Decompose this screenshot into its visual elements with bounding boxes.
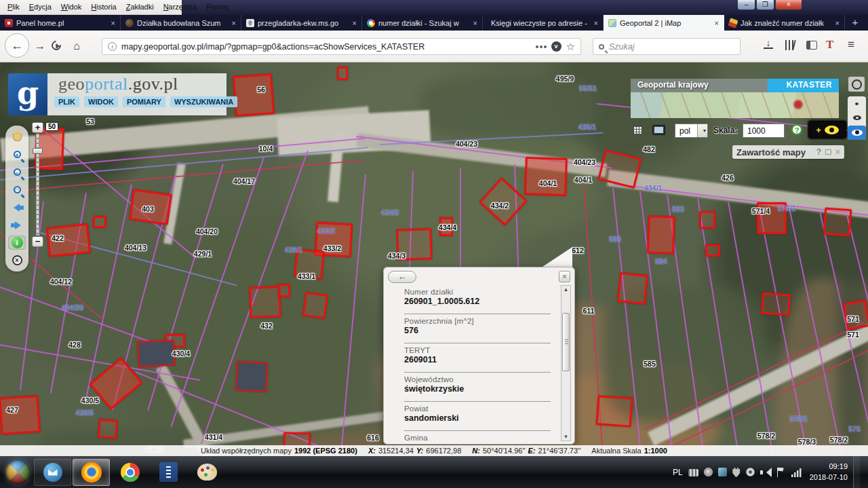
next-view-tool[interactable] bbox=[8, 218, 26, 232]
pocket-icon[interactable]: v bbox=[551, 41, 561, 52]
popup-close-button[interactable]: × bbox=[559, 271, 570, 282]
flag-tray-icon[interactable] bbox=[776, 468, 786, 477]
menu-pomoc[interactable]: Pomoc bbox=[201, 0, 234, 14]
browser-tab[interactable]: Działka budowlana Szum× bbox=[121, 15, 241, 31]
menu-historia[interactable]: Historia bbox=[86, 0, 121, 14]
tab-label: Geoportal 2 | iMap bbox=[620, 19, 711, 27]
zoom-in-tool[interactable]: + bbox=[8, 147, 26, 162]
tab-close-icon[interactable]: × bbox=[111, 19, 115, 27]
tab-close-icon[interactable]: × bbox=[232, 19, 236, 27]
site-info-icon[interactable]: i bbox=[108, 42, 117, 51]
webcam-tray-icon[interactable] bbox=[704, 468, 713, 476]
sidebar-icon[interactable] bbox=[806, 41, 817, 50]
start-button[interactable] bbox=[5, 459, 31, 485]
scroll-up-icon[interactable]: ▲ bbox=[561, 286, 570, 293]
word-taskbar-button[interactable] bbox=[150, 459, 187, 486]
menu-pomiary[interactable]: POMIARY bbox=[123, 96, 165, 107]
volume-tray-icon[interactable] bbox=[760, 468, 770, 477]
menu-plik[interactable]: PLIK bbox=[54, 96, 79, 107]
library-icon[interactable] bbox=[785, 40, 795, 50]
scale-input[interactable]: 1000 bbox=[743, 124, 785, 138]
zoom-slider-plus[interactable]: + bbox=[32, 122, 43, 133]
visibility-low-button[interactable] bbox=[848, 96, 866, 111]
tab-geoportal-krajowy[interactable]: Geoportal krajowy bbox=[631, 79, 768, 92]
clock[interactable]: 09:19 2018-07-10 bbox=[810, 462, 848, 483]
hamburger-menu-icon[interactable]: ≡ bbox=[848, 38, 854, 52]
forward-button[interactable]: → bbox=[33, 39, 47, 53]
zoom-slider-handle[interactable] bbox=[33, 148, 43, 154]
visibility-mid-button[interactable] bbox=[848, 111, 866, 125]
window-close-button[interactable]: × bbox=[775, 0, 802, 10]
app-tray-icon[interactable] bbox=[718, 468, 727, 476]
new-tab-button[interactable]: + bbox=[845, 15, 865, 31]
tab-close-icon[interactable]: × bbox=[835, 19, 840, 27]
identify-tool[interactable]: i bbox=[8, 236, 26, 250]
menu-widok[interactable]: Widok bbox=[56, 0, 87, 14]
browser-tab[interactable]: Geoportal 2 | iMap× bbox=[604, 15, 724, 31]
home-button[interactable]: ⌂ bbox=[69, 39, 84, 53]
disc-tray-icon[interactable] bbox=[746, 468, 755, 476]
previous-view-tool[interactable] bbox=[8, 200, 26, 214]
photo-tool-icon[interactable] bbox=[848, 77, 865, 92]
attribute-label: Numer działki bbox=[404, 288, 551, 296]
page-actions-icon[interactable] bbox=[536, 45, 538, 48]
panel-restore-icon[interactable] bbox=[825, 149, 831, 155]
menu-widok[interactable]: WIDOK bbox=[84, 96, 118, 107]
chevron-down-icon[interactable]: ▼ bbox=[697, 124, 707, 137]
grid-icon[interactable] bbox=[633, 126, 642, 134]
pan-tool[interactable] bbox=[8, 130, 26, 144]
chrome-taskbar-button[interactable] bbox=[111, 459, 149, 486]
popup-scrollbar[interactable]: ▲ ▼ bbox=[561, 285, 571, 441]
browser-tab[interactable]: Jak znaleźć numer działk× bbox=[724, 15, 845, 31]
url-bar[interactable]: i mapy.geoportal.gov.pl/imap/?gpmap=gp0&… bbox=[102, 38, 581, 55]
search-input[interactable]: Szukaj bbox=[593, 38, 741, 55]
panel-help-icon[interactable]: ? bbox=[816, 147, 821, 157]
browser-tab[interactable]: numer działki - Szukaj w× bbox=[362, 15, 483, 31]
scroll-down-icon[interactable]: ▼ bbox=[561, 434, 570, 440]
reload-button[interactable] bbox=[50, 39, 63, 52]
popup-back-button[interactable]: ← bbox=[388, 271, 416, 283]
keyboard-tray-icon[interactable] bbox=[688, 469, 698, 476]
menu-wyszukiwania[interactable]: WYSZUKIWANIA bbox=[170, 96, 237, 107]
tab-close-icon[interactable]: × bbox=[715, 19, 719, 27]
visibility-toggle[interactable]: + bbox=[808, 121, 846, 138]
overview-map[interactable] bbox=[631, 92, 839, 118]
downloads-icon[interactable]: ↓ bbox=[764, 39, 773, 49]
paint-taskbar-button[interactable] bbox=[189, 459, 226, 486]
window-minimize-button[interactable]: – bbox=[737, 0, 755, 10]
network-tray-icon[interactable] bbox=[791, 468, 802, 477]
browser-tab[interactable]: Panel home.pl× bbox=[0, 15, 121, 31]
wms-icon[interactable] bbox=[652, 125, 665, 135]
map-canvas[interactable]: 535610/4404/17404/23495/955/51435/148240… bbox=[0, 62, 868, 456]
tab-close-icon[interactable]: × bbox=[473, 19, 477, 27]
visibility-high-button[interactable] bbox=[848, 126, 866, 140]
menu-narzdzia[interactable]: Narzędzia bbox=[159, 0, 202, 14]
help-icon[interactable]: ? bbox=[791, 124, 802, 135]
bookmark-star-icon[interactable]: ☆ bbox=[566, 41, 575, 52]
menu-plik[interactable]: Plik bbox=[3, 0, 24, 14]
panel-close-icon[interactable]: × bbox=[835, 147, 840, 157]
tab-kataster[interactable]: KATASTER bbox=[768, 79, 839, 92]
show-desktop-button[interactable] bbox=[853, 456, 860, 488]
thunderbird-taskbar-button[interactable] bbox=[34, 459, 71, 486]
parcel-label: 404/20 bbox=[62, 303, 83, 312]
zoom-slider-minus[interactable]: − bbox=[32, 236, 43, 247]
zoom-out-tool[interactable]: − bbox=[8, 165, 26, 179]
menu-zakadki[interactable]: Zakładki bbox=[121, 0, 159, 14]
firefox-taskbar-button[interactable] bbox=[73, 459, 110, 486]
power-tray-icon[interactable] bbox=[732, 468, 741, 477]
tab-close-icon[interactable]: × bbox=[594, 19, 598, 27]
window-maximize-button[interactable]: ❒ bbox=[756, 0, 774, 10]
browser-tab[interactable]: przegladarka-ekw.ms.go× bbox=[241, 15, 362, 31]
zoom-slider[interactable]: + 50 − bbox=[32, 122, 45, 250]
browser-tab[interactable]: Księgi wieczyste po adresie -× bbox=[483, 15, 604, 31]
zoom-extent-tool[interactable]: □ bbox=[8, 183, 26, 197]
language-indicator[interactable]: PL bbox=[673, 468, 683, 477]
tab-close-icon[interactable]: × bbox=[353, 19, 357, 27]
back-button[interactable]: ← bbox=[5, 33, 29, 58]
scrollbar-thumb[interactable] bbox=[562, 313, 570, 371]
extension-t-icon[interactable]: T bbox=[826, 38, 833, 52]
language-select[interactable]: pol ▼ bbox=[675, 124, 708, 138]
clear-selection-tool[interactable]: × bbox=[8, 253, 26, 267]
menu-edycja[interactable]: Edycja bbox=[24, 0, 56, 14]
